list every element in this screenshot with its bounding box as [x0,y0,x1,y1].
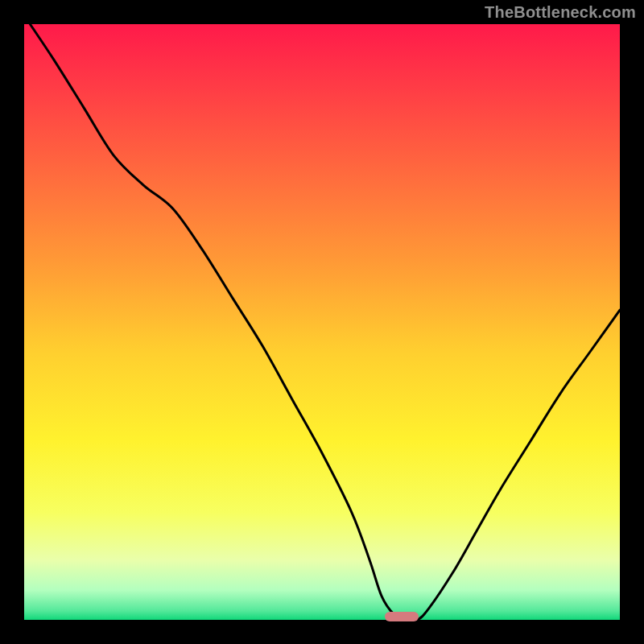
svg-rect-0 [24,24,620,620]
optimal-range-marker [385,612,419,621]
plot-area [24,24,620,620]
gradient-background [24,24,620,620]
attribution-text: TheBottleneck.com [485,3,636,22]
chart-frame: TheBottleneck.com [0,0,644,644]
